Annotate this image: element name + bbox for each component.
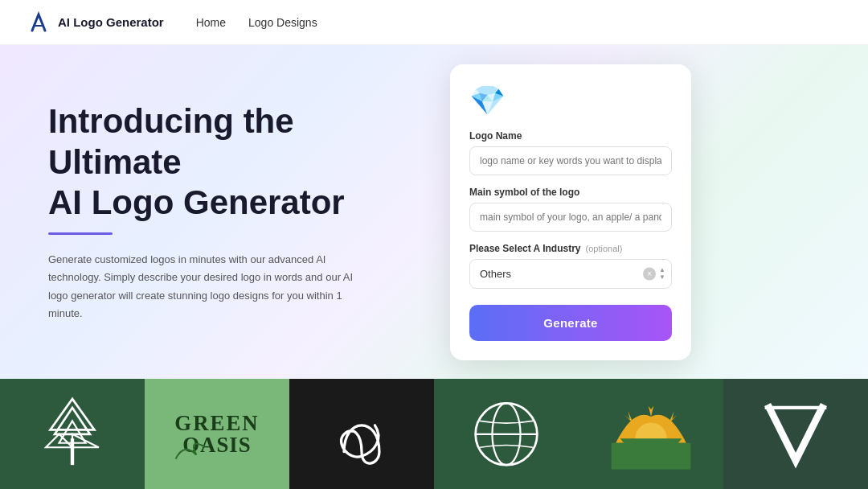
nav-home[interactable]: Home (196, 16, 226, 29)
gallery-item-3 (289, 379, 434, 489)
symbol-label: Main symbol of the logo (469, 187, 672, 198)
artistic-logo (304, 390, 420, 479)
gallery-item-5 (579, 379, 723, 489)
hero-divider (48, 232, 113, 235)
industry-label: Please Select A Industry (469, 243, 581, 254)
select-arrows: ▲ ▼ (659, 267, 665, 281)
gallery-item-4 (434, 379, 579, 489)
navbar: AI Logo Generator Home Logo Designs (0, 0, 868, 45)
industry-select-wrapper: Others Technology Food & Beverage Health… (469, 259, 672, 289)
navbar-logo[interactable]: AI Logo Generator (26, 10, 164, 35)
logo-icon (26, 10, 51, 35)
sun-logo (593, 390, 709, 479)
tree-logo (14, 390, 130, 479)
logo-gallery: GREEN OASIS (0, 379, 868, 489)
hero-title-line2: Ultimate (48, 143, 182, 181)
navbar-brand: AI Logo Generator (58, 15, 164, 29)
hero-title: Introducing the Ultimate AI Logo Generat… (48, 101, 402, 223)
globe-logo (448, 390, 564, 479)
green-oasis-logo: GREEN OASIS (159, 390, 275, 479)
svg-text:GREEN: GREEN (174, 410, 259, 434)
select-arrow-up: ▲ (659, 267, 665, 273)
form-card-icon: 💎 (469, 84, 672, 117)
select-arrow-down: ▼ (659, 274, 665, 281)
hero-description: Generate customized logos in minutes wit… (48, 251, 370, 322)
hero-left: Introducing the Ultimate AI Logo Generat… (0, 69, 450, 355)
svg-rect-7 (612, 442, 691, 469)
gallery-item-6 (723, 379, 868, 489)
hero-section: Introducing the Ultimate AI Logo Generat… (0, 45, 868, 379)
hero-title-line3: AI Logo Generator (48, 183, 345, 221)
hero-title-line1: Introducing the (48, 102, 294, 140)
v-letter-logo (738, 390, 854, 479)
logo-name-label: Logo Name (469, 130, 672, 142)
navbar-links: Home Logo Designs (196, 16, 317, 29)
generate-button[interactable]: Generate (469, 305, 672, 341)
logo-name-input[interactable] (469, 146, 672, 175)
industry-label-row: Please Select A Industry (optional) (469, 243, 672, 254)
gallery-item-2: GREEN OASIS (145, 379, 289, 489)
nav-logo-designs[interactable]: Logo Designs (248, 16, 317, 29)
industry-optional: (optional) (586, 244, 623, 253)
select-clear-button[interactable]: × (643, 267, 656, 280)
symbol-input[interactable] (469, 203, 672, 232)
form-card: 💎 Logo Name Main symbol of the logo Plea… (450, 64, 691, 360)
industry-select[interactable]: Others Technology Food & Beverage Health… (469, 259, 672, 289)
select-controls: × ▲ ▼ (643, 267, 665, 281)
gallery-item-1 (0, 379, 145, 489)
